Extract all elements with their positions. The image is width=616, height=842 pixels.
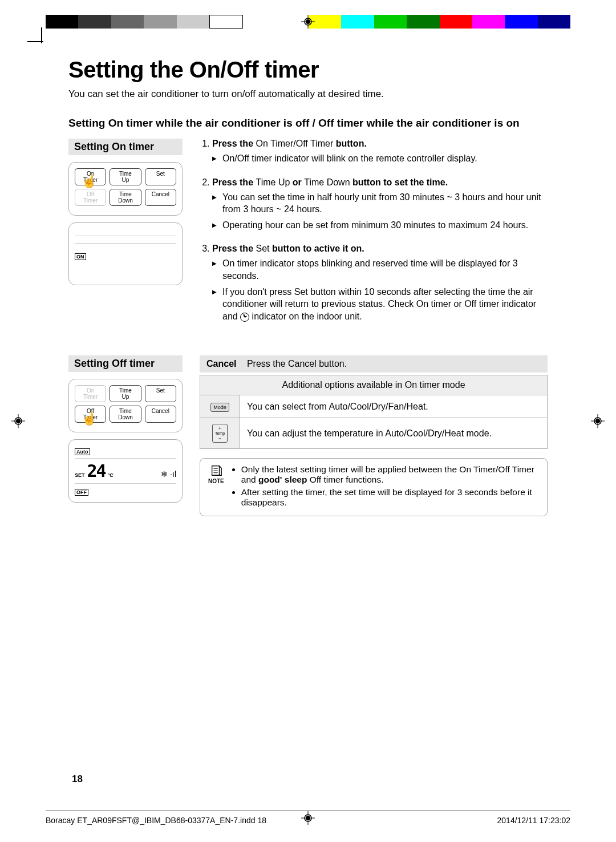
footer-timestamp: 2014/12/11 17:23:02 <box>497 816 570 825</box>
footer-file: Boracay ET_AR09FSFT@_IBIM_DB68-03377A_EN… <box>46 816 266 825</box>
print-footer: Boracay ET_AR09FSFT@_IBIM_DB68-03377A_EN… <box>46 811 570 825</box>
on-timer-button-dim: On Timer <box>75 385 106 402</box>
display-panel-off: Auto SET 24 °C ❄ ·ıl OFF <box>68 439 183 503</box>
registration-mark-right <box>591 414 605 428</box>
page-title: Setting the On/Off timer <box>68 57 548 83</box>
time-up-button: Time Up <box>110 168 141 185</box>
crop-mark <box>41 27 42 43</box>
temp-unit: °C <box>108 472 114 478</box>
off-badge: OFF <box>75 489 88 496</box>
step-1: Press the On Timer/Off Timer button. On/… <box>212 139 548 165</box>
cancel-label: Cancel <box>206 359 236 369</box>
on-timer-button: On Timer <box>75 168 106 185</box>
step-2: Press the Time Up or Time Down button to… <box>212 177 548 232</box>
step-3-bullet: On timer indicator stops blinking and re… <box>212 257 548 282</box>
note-label: NOTE <box>208 464 224 510</box>
options-header: Additional options available in On timer… <box>200 375 548 395</box>
on-badge: ON <box>75 253 86 260</box>
mode-button-icon: Mode <box>210 403 229 412</box>
time-down-button: Time Down <box>110 189 141 206</box>
remote-panel-on: On Timer Time Up Set ☝ Off Timer Time Do… <box>68 162 183 216</box>
intro-text: You can set the air conditioner to turn … <box>68 88 548 100</box>
set-button: Set <box>145 385 176 402</box>
options-table: Additional options available in On timer… <box>200 375 548 449</box>
time-down-button: Time Down <box>110 406 141 423</box>
cancel-button: Cancel <box>145 406 176 423</box>
note-item: Only the latest setting timer will be ap… <box>241 464 539 485</box>
page-number: 18 <box>72 774 83 785</box>
set-label: SET <box>75 472 85 478</box>
display-panel-on: ON <box>68 222 183 285</box>
cancel-text: Press the Cancel button. <box>247 359 347 369</box>
off-timer-title: Setting Off timer <box>68 355 183 372</box>
off-timer-button-dim: Off Timer <box>75 189 106 206</box>
cancel-strip: Cancel Press the Cancel button. <box>200 355 548 373</box>
step-3-bullet: If you don't press Set button within 10 … <box>212 286 548 323</box>
option-desc: You can adjust the temperature in Auto/C… <box>240 418 548 449</box>
step-1-bullet: On/Off timer indicator will blink on the… <box>212 152 548 165</box>
cancel-button: Cancel <box>145 189 176 206</box>
step-2-bullet: Operating hour can be set from minimum 3… <box>212 219 548 232</box>
note-box: NOTE Only the latest setting timer will … <box>200 458 548 516</box>
clock-icon <box>240 313 249 322</box>
on-timer-title: Setting On timer <box>68 139 183 155</box>
step-2-bullet: You can set the time in half hourly unit… <box>212 191 548 216</box>
off-timer-button: Off Timer <box>75 406 106 423</box>
fan-icon: ❄ ·ıl <box>161 469 176 479</box>
option-desc: You can select from Auto/Cool/Dry/Fan/He… <box>240 395 548 418</box>
step-3: Press the Set button to active it on. On… <box>212 244 548 322</box>
temp-button-icon: ＋Temp－ <box>212 424 228 443</box>
auto-badge: Auto <box>75 448 90 455</box>
instruction-steps: Press the On Timer/Off Timer button. On/… <box>200 139 548 322</box>
note-icon <box>210 464 222 477</box>
set-button: Set <box>145 168 176 185</box>
registration-mark-top <box>301 15 315 29</box>
time-up-button: Time Up <box>110 385 141 402</box>
temp-digits: 24 <box>87 461 106 481</box>
registration-mark-left <box>11 414 25 428</box>
table-row: ＋Temp－ You can adjust the temperature in… <box>200 418 548 449</box>
section-subheading: Setting On timer while the air condition… <box>68 117 548 129</box>
remote-panel-off: On Timer Time Up Set Off Timer Time Down… <box>68 379 183 432</box>
note-item: After setting the timer, the set time wi… <box>241 487 539 508</box>
table-row: Mode You can select from Auto/Cool/Dry/F… <box>200 395 548 418</box>
